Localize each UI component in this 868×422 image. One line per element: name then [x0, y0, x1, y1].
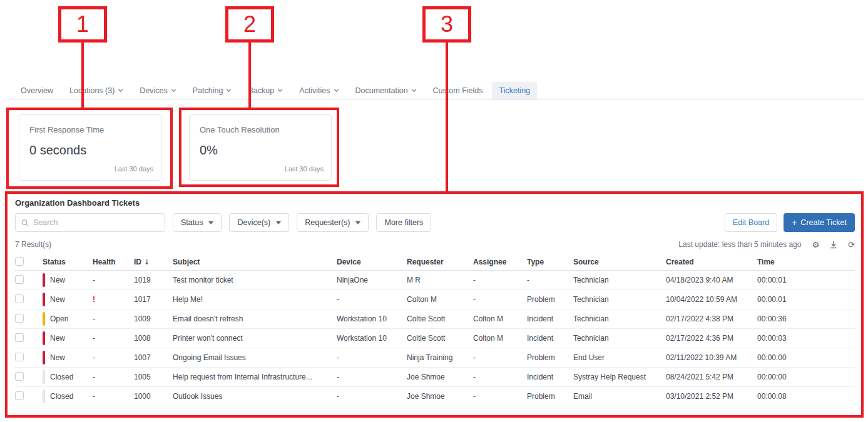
col-status[interactable]: Status — [43, 258, 93, 266]
search-icon — [21, 219, 29, 227]
filter-label: Device(s) — [237, 218, 270, 227]
health-value: - — [93, 334, 134, 343]
create-ticket-label: Create Ticket — [800, 218, 847, 227]
more-filters-button[interactable]: More filters — [376, 213, 431, 232]
tab-patching[interactable]: Patching — [186, 82, 239, 99]
create-ticket-button[interactable]: + Create Ticket — [784, 213, 855, 232]
edit-board-button[interactable]: Edit Board — [725, 213, 777, 232]
health-value: - — [93, 314, 134, 323]
table-row[interactable]: New ! 1017 Help Me! - Colton M - Problem… — [15, 290, 855, 309]
status-bar — [43, 389, 45, 403]
table-row[interactable]: New - 1007 Ongoing Email Issues - Ninja … — [15, 348, 855, 368]
ticket-id: 1008 — [134, 334, 173, 343]
table-row[interactable]: Closed - 1005 Help request from Internal… — [15, 368, 855, 387]
ticket-assignee: - — [473, 295, 527, 304]
ticket-subject[interactable]: Email doesn't refresh — [173, 314, 337, 323]
annotation-box-1: 1 — [58, 6, 107, 43]
tab-devices[interactable]: Devices — [133, 82, 183, 99]
tab-activities[interactable]: Activities — [292, 82, 345, 99]
tab-documentation[interactable]: Documentation — [349, 82, 424, 99]
ticket-requester: Ninja Training — [407, 353, 473, 362]
ticket-subject[interactable]: Ongoing Email Issues — [173, 353, 337, 362]
ticket-subject[interactable]: Outlook Issues — [173, 392, 337, 401]
search-box[interactable] — [15, 213, 165, 232]
ticket-created: 03/10/2021 2:52 PM — [666, 392, 757, 401]
card-value: 0 seconds — [29, 143, 151, 158]
ticket-device: - — [337, 373, 407, 381]
ticket-subject[interactable]: Help Me! — [173, 295, 337, 304]
status-label: New — [50, 276, 65, 284]
chevron-down-icon — [226, 88, 232, 93]
table-body: New - 1019 Test monitor ticket NinjaOne … — [15, 271, 855, 406]
ticket-created: 02/11/2022 10:39 AM — [666, 353, 757, 362]
row-checkbox[interactable] — [15, 314, 24, 323]
refresh-icon[interactable]: ⟳ — [848, 241, 855, 249]
row-checkbox[interactable] — [15, 391, 24, 400]
ticket-subject[interactable]: Test monitor ticket — [173, 276, 337, 284]
col-requester[interactable]: Requester — [407, 258, 473, 266]
col-type[interactable]: Type — [527, 258, 573, 266]
table-row[interactable]: New - 1019 Test monitor ticket NinjaOne … — [15, 271, 855, 290]
select-all-checkbox[interactable] — [15, 257, 24, 266]
col-id[interactable]: ID ↓ — [134, 258, 173, 266]
ticket-device: Workstation 10 — [337, 334, 407, 343]
col-health[interactable]: Health — [93, 258, 134, 266]
tab-custom-fields[interactable]: Custom Fields — [426, 82, 490, 99]
search-input[interactable] — [33, 218, 159, 227]
ticket-time: 00:00:08 — [757, 392, 855, 401]
edit-board-label: Edit Board — [733, 218, 769, 227]
row-checkbox[interactable] — [15, 333, 24, 342]
ticket-created: 02/17/2022 4:38 PM — [666, 314, 757, 323]
col-assignee[interactable]: Assignee — [473, 258, 527, 266]
ticket-created: 04/18/2023 9:40 AM — [666, 276, 757, 284]
chevron-down-icon — [171, 88, 176, 93]
ticket-time: 00:00:36 — [757, 314, 855, 323]
ticket-subject[interactable]: Printer won't connect — [173, 334, 337, 343]
row-checkbox[interactable] — [15, 275, 24, 284]
download-icon[interactable] — [830, 241, 837, 249]
tab-label: Devices — [140, 86, 167, 95]
row-checkbox[interactable] — [15, 372, 24, 381]
table-row[interactable]: Closed - 1000 Outlook Issues - Joe Shmoe… — [15, 387, 855, 406]
ticket-device: - — [337, 295, 407, 304]
tab-locations-3[interactable]: Locations (3) — [63, 82, 130, 99]
table-row[interactable]: New - 1008 Printer won't connect Worksta… — [15, 329, 855, 348]
col-created[interactable]: Created — [666, 258, 757, 266]
health-value: ! — [93, 295, 134, 304]
annotation-line-3 — [446, 43, 448, 194]
settings-gear-icon[interactable]: ⚙ — [812, 241, 819, 249]
status-bar — [43, 370, 45, 384]
ticket-time: 00:00:00 — [757, 373, 855, 381]
results-row: 7 Result(s) Last update: less than 5 min… — [15, 240, 855, 249]
ticket-type: - — [527, 276, 573, 284]
ticket-device: NinjaOne — [337, 276, 407, 284]
filter-requester-s[interactable]: Requester(s) — [297, 213, 369, 232]
ticket-type: Incident — [527, 373, 573, 381]
col-time[interactable]: Time — [757, 258, 855, 266]
ticket-subject[interactable]: Help request from Internal Infrastructur… — [173, 373, 337, 381]
tab-ticketing[interactable]: Ticketing — [492, 82, 537, 99]
filter-status[interactable]: Status — [173, 213, 222, 232]
tab-overview[interactable]: Overview — [14, 82, 60, 99]
ticket-assignee: - — [473, 373, 527, 381]
col-device[interactable]: Device — [337, 258, 407, 266]
health-value: - — [93, 353, 134, 362]
filter-device-s[interactable]: Device(s) — [229, 213, 289, 232]
ticket-source: End User — [573, 353, 666, 362]
row-checkbox[interactable] — [15, 353, 24, 361]
row-checkbox[interactable] — [15, 294, 24, 303]
tab-backup[interactable]: Backup — [241, 82, 290, 99]
ticket-requester: Colton M — [407, 295, 473, 304]
tab-label: Patching — [193, 86, 223, 95]
ticket-type: Problem — [527, 392, 573, 401]
col-source[interactable]: Source — [573, 258, 666, 266]
col-subject[interactable]: Subject — [173, 258, 337, 266]
status-bar — [43, 273, 45, 287]
one-touch-resolution-card: One Touch Resolution 0% Last 30 days — [189, 114, 332, 181]
status-label: Closed — [50, 392, 73, 401]
status-bar — [43, 351, 45, 364]
last-update-group: Last update: less than 5 minutes ago ⚙ ⟳ — [678, 240, 855, 249]
ticket-source: Technician — [573, 314, 666, 323]
tab-label: Locations (3) — [69, 86, 115, 95]
table-row[interactable]: Open - 1009 Email doesn't refresh Workst… — [15, 309, 855, 329]
